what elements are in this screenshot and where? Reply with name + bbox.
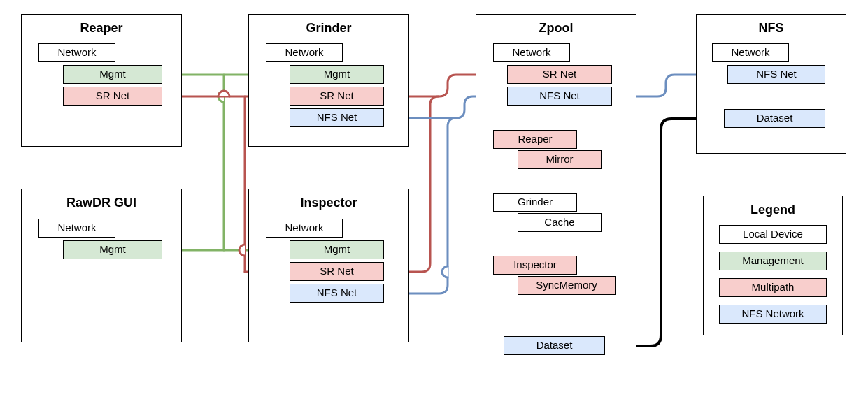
zpool-inspector: Inspector <box>493 256 577 275</box>
node-inspector-title: Inspector <box>248 196 409 210</box>
grinder-sr-net: SR Net <box>290 87 384 106</box>
inspector-sr-net: SR Net <box>290 262 384 281</box>
legend-title: Legend <box>703 203 843 217</box>
node-reaper-title: Reaper <box>21 21 182 36</box>
zpool-dataset: Dataset <box>504 336 605 355</box>
grinder-network: Network <box>266 43 343 62</box>
grinder-nfs-net: NFS Net <box>290 108 384 127</box>
legend-multipath: Multipath <box>719 278 827 297</box>
nfs-nfs-net: NFS Net <box>727 65 825 84</box>
inspector-nfs-net: NFS Net <box>290 284 384 303</box>
legend-management: Management <box>719 252 827 270</box>
node-rawdr-title: RawDR GUI <box>21 196 182 210</box>
inspector-network: Network <box>266 219 343 238</box>
inspector-mgmt: Mgmt <box>290 240 384 259</box>
zpool-grinder: Grinder <box>493 193 577 212</box>
rawdr-mgmt: Mgmt <box>63 240 162 259</box>
node-rawdr <box>21 189 182 342</box>
node-grinder-title: Grinder <box>248 21 409 36</box>
zpool-cache: Cache <box>518 213 602 232</box>
legend-local-device: Local Device <box>719 225 827 244</box>
node-nfs-title: NFS <box>696 21 846 36</box>
zpool-reaper: Reaper <box>493 130 577 149</box>
zpool-syncmemory: SyncMemory <box>518 276 616 295</box>
legend-nfs-network: NFS Network <box>719 305 827 324</box>
node-zpool-title: Zpool <box>476 21 636 36</box>
rawdr-network: Network <box>38 219 115 238</box>
zpool-nfs-net: NFS Net <box>507 87 612 106</box>
nfs-network: Network <box>712 43 789 62</box>
zpool-sr-net: SR Net <box>507 65 612 84</box>
grinder-mgmt: Mgmt <box>290 65 384 84</box>
diagram-stage: Reaper Network Mgmt SR Net Grinder Netwo… <box>0 0 868 406</box>
reaper-sr-net: SR Net <box>63 87 162 106</box>
zpool-mirror: Mirror <box>518 150 602 169</box>
zpool-network: Network <box>493 43 570 62</box>
reaper-network: Network <box>38 43 115 62</box>
reaper-mgmt: Mgmt <box>63 65 162 84</box>
nfs-dataset: Dataset <box>724 109 825 128</box>
